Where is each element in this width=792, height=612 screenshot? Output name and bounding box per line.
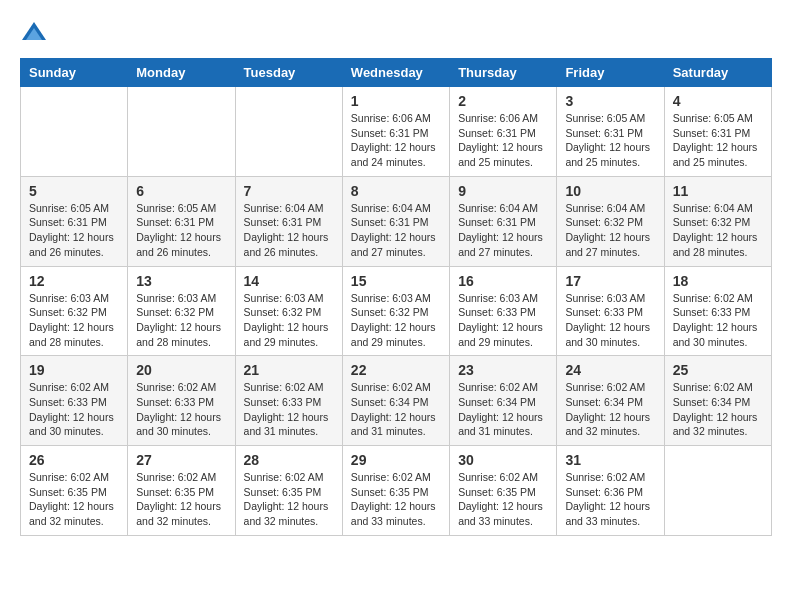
calendar-cell <box>664 446 771 536</box>
day-number: 4 <box>673 93 763 109</box>
calendar-cell: 23Sunrise: 6:02 AM Sunset: 6:34 PM Dayli… <box>450 356 557 446</box>
day-info: Sunrise: 6:04 AM Sunset: 6:31 PM Dayligh… <box>244 201 334 260</box>
day-info: Sunrise: 6:02 AM Sunset: 6:35 PM Dayligh… <box>351 470 441 529</box>
day-number: 28 <box>244 452 334 468</box>
day-info: Sunrise: 6:03 AM Sunset: 6:32 PM Dayligh… <box>244 291 334 350</box>
calendar-cell <box>235 87 342 177</box>
day-info: Sunrise: 6:03 AM Sunset: 6:33 PM Dayligh… <box>565 291 655 350</box>
day-info: Sunrise: 6:06 AM Sunset: 6:31 PM Dayligh… <box>458 111 548 170</box>
calendar-cell: 13Sunrise: 6:03 AM Sunset: 6:32 PM Dayli… <box>128 266 235 356</box>
day-info: Sunrise: 6:03 AM Sunset: 6:32 PM Dayligh… <box>136 291 226 350</box>
day-info: Sunrise: 6:02 AM Sunset: 6:35 PM Dayligh… <box>458 470 548 529</box>
calendar-week-row: 26Sunrise: 6:02 AM Sunset: 6:35 PM Dayli… <box>21 446 772 536</box>
calendar-week-row: 1Sunrise: 6:06 AM Sunset: 6:31 PM Daylig… <box>21 87 772 177</box>
day-number: 3 <box>565 93 655 109</box>
calendar-cell: 8Sunrise: 6:04 AM Sunset: 6:31 PM Daylig… <box>342 176 449 266</box>
calendar-cell: 14Sunrise: 6:03 AM Sunset: 6:32 PM Dayli… <box>235 266 342 356</box>
calendar-cell: 26Sunrise: 6:02 AM Sunset: 6:35 PM Dayli… <box>21 446 128 536</box>
calendar-table: SundayMondayTuesdayWednesdayThursdayFrid… <box>20 58 772 536</box>
calendar-cell: 30Sunrise: 6:02 AM Sunset: 6:35 PM Dayli… <box>450 446 557 536</box>
page-header <box>20 20 772 48</box>
day-info: Sunrise: 6:03 AM Sunset: 6:32 PM Dayligh… <box>29 291 119 350</box>
day-number: 14 <box>244 273 334 289</box>
day-info: Sunrise: 6:02 AM Sunset: 6:34 PM Dayligh… <box>565 380 655 439</box>
day-number: 18 <box>673 273 763 289</box>
day-info: Sunrise: 6:02 AM Sunset: 6:34 PM Dayligh… <box>673 380 763 439</box>
day-info: Sunrise: 6:06 AM Sunset: 6:31 PM Dayligh… <box>351 111 441 170</box>
day-header-friday: Friday <box>557 59 664 87</box>
day-number: 17 <box>565 273 655 289</box>
calendar-cell <box>128 87 235 177</box>
logo <box>20 20 52 48</box>
day-info: Sunrise: 6:02 AM Sunset: 6:34 PM Dayligh… <box>351 380 441 439</box>
calendar-cell: 29Sunrise: 6:02 AM Sunset: 6:35 PM Dayli… <box>342 446 449 536</box>
day-number: 6 <box>136 183 226 199</box>
calendar-cell: 3Sunrise: 6:05 AM Sunset: 6:31 PM Daylig… <box>557 87 664 177</box>
day-header-monday: Monday <box>128 59 235 87</box>
day-info: Sunrise: 6:05 AM Sunset: 6:31 PM Dayligh… <box>673 111 763 170</box>
day-info: Sunrise: 6:05 AM Sunset: 6:31 PM Dayligh… <box>565 111 655 170</box>
day-number: 30 <box>458 452 548 468</box>
calendar-cell: 31Sunrise: 6:02 AM Sunset: 6:36 PM Dayli… <box>557 446 664 536</box>
calendar-cell: 25Sunrise: 6:02 AM Sunset: 6:34 PM Dayli… <box>664 356 771 446</box>
day-info: Sunrise: 6:02 AM Sunset: 6:34 PM Dayligh… <box>458 380 548 439</box>
day-number: 19 <box>29 362 119 378</box>
day-number: 15 <box>351 273 441 289</box>
calendar-cell: 28Sunrise: 6:02 AM Sunset: 6:35 PM Dayli… <box>235 446 342 536</box>
day-number: 21 <box>244 362 334 378</box>
day-info: Sunrise: 6:02 AM Sunset: 6:33 PM Dayligh… <box>244 380 334 439</box>
day-info: Sunrise: 6:04 AM Sunset: 6:31 PM Dayligh… <box>351 201 441 260</box>
day-number: 22 <box>351 362 441 378</box>
day-number: 20 <box>136 362 226 378</box>
calendar-cell: 21Sunrise: 6:02 AM Sunset: 6:33 PM Dayli… <box>235 356 342 446</box>
calendar-cell: 6Sunrise: 6:05 AM Sunset: 6:31 PM Daylig… <box>128 176 235 266</box>
day-number: 10 <box>565 183 655 199</box>
day-header-tuesday: Tuesday <box>235 59 342 87</box>
day-number: 2 <box>458 93 548 109</box>
day-info: Sunrise: 6:02 AM Sunset: 6:33 PM Dayligh… <box>136 380 226 439</box>
day-number: 12 <box>29 273 119 289</box>
calendar-cell: 5Sunrise: 6:05 AM Sunset: 6:31 PM Daylig… <box>21 176 128 266</box>
day-info: Sunrise: 6:02 AM Sunset: 6:33 PM Dayligh… <box>673 291 763 350</box>
day-number: 26 <box>29 452 119 468</box>
day-number: 9 <box>458 183 548 199</box>
day-number: 29 <box>351 452 441 468</box>
day-number: 31 <box>565 452 655 468</box>
day-header-saturday: Saturday <box>664 59 771 87</box>
day-number: 5 <box>29 183 119 199</box>
calendar-cell: 15Sunrise: 6:03 AM Sunset: 6:32 PM Dayli… <box>342 266 449 356</box>
calendar-cell: 1Sunrise: 6:06 AM Sunset: 6:31 PM Daylig… <box>342 87 449 177</box>
day-info: Sunrise: 6:03 AM Sunset: 6:33 PM Dayligh… <box>458 291 548 350</box>
calendar-cell: 27Sunrise: 6:02 AM Sunset: 6:35 PM Dayli… <box>128 446 235 536</box>
day-number: 1 <box>351 93 441 109</box>
day-number: 16 <box>458 273 548 289</box>
day-info: Sunrise: 6:04 AM Sunset: 6:31 PM Dayligh… <box>458 201 548 260</box>
calendar-cell: 7Sunrise: 6:04 AM Sunset: 6:31 PM Daylig… <box>235 176 342 266</box>
day-info: Sunrise: 6:05 AM Sunset: 6:31 PM Dayligh… <box>136 201 226 260</box>
calendar-cell: 18Sunrise: 6:02 AM Sunset: 6:33 PM Dayli… <box>664 266 771 356</box>
day-number: 24 <box>565 362 655 378</box>
calendar-cell: 16Sunrise: 6:03 AM Sunset: 6:33 PM Dayli… <box>450 266 557 356</box>
day-header-thursday: Thursday <box>450 59 557 87</box>
day-info: Sunrise: 6:02 AM Sunset: 6:35 PM Dayligh… <box>29 470 119 529</box>
day-number: 13 <box>136 273 226 289</box>
day-info: Sunrise: 6:02 AM Sunset: 6:33 PM Dayligh… <box>29 380 119 439</box>
calendar-week-row: 5Sunrise: 6:05 AM Sunset: 6:31 PM Daylig… <box>21 176 772 266</box>
calendar-cell: 9Sunrise: 6:04 AM Sunset: 6:31 PM Daylig… <box>450 176 557 266</box>
calendar-week-row: 19Sunrise: 6:02 AM Sunset: 6:33 PM Dayli… <box>21 356 772 446</box>
calendar-cell <box>21 87 128 177</box>
day-number: 8 <box>351 183 441 199</box>
calendar-cell: 24Sunrise: 6:02 AM Sunset: 6:34 PM Dayli… <box>557 356 664 446</box>
calendar-cell: 22Sunrise: 6:02 AM Sunset: 6:34 PM Dayli… <box>342 356 449 446</box>
day-number: 23 <box>458 362 548 378</box>
calendar-cell: 20Sunrise: 6:02 AM Sunset: 6:33 PM Dayli… <box>128 356 235 446</box>
day-info: Sunrise: 6:02 AM Sunset: 6:36 PM Dayligh… <box>565 470 655 529</box>
calendar-week-row: 12Sunrise: 6:03 AM Sunset: 6:32 PM Dayli… <box>21 266 772 356</box>
day-info: Sunrise: 6:04 AM Sunset: 6:32 PM Dayligh… <box>673 201 763 260</box>
calendar-cell: 19Sunrise: 6:02 AM Sunset: 6:33 PM Dayli… <box>21 356 128 446</box>
calendar-header-row: SundayMondayTuesdayWednesdayThursdayFrid… <box>21 59 772 87</box>
day-number: 25 <box>673 362 763 378</box>
calendar-cell: 4Sunrise: 6:05 AM Sunset: 6:31 PM Daylig… <box>664 87 771 177</box>
day-number: 11 <box>673 183 763 199</box>
day-info: Sunrise: 6:02 AM Sunset: 6:35 PM Dayligh… <box>244 470 334 529</box>
